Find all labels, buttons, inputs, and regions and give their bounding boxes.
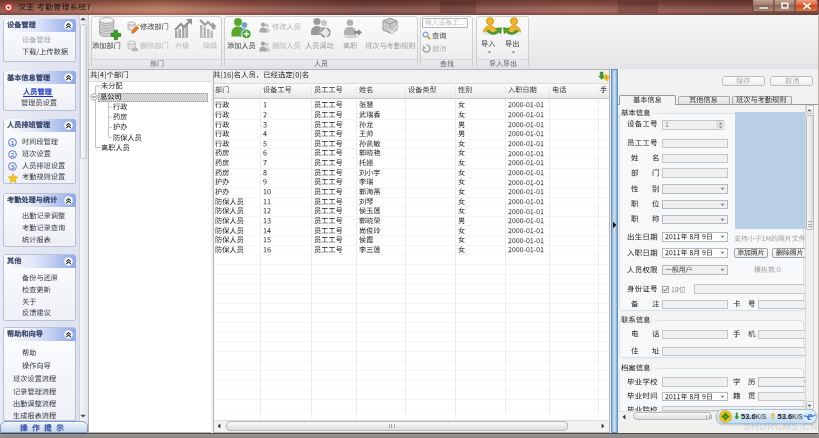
svg-text:3: 3 bbox=[11, 162, 15, 169]
svg-text:2: 2 bbox=[11, 150, 15, 157]
svg-text:1: 1 bbox=[11, 139, 15, 146]
